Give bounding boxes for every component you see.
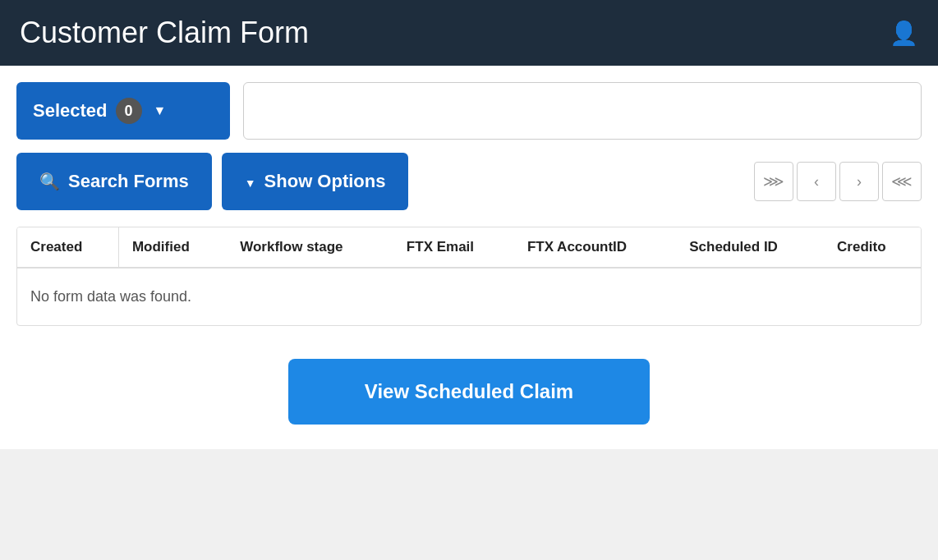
forms-table-container: Created Modified Workflow stage FTX Emai… [16,227,922,326]
col-scheduled-id: Scheduled ID [676,227,824,268]
pagination: ⋙ ‹ › ⋘ [754,162,922,201]
next-page-icon: › [857,173,862,190]
last-page-button[interactable]: ⋘ [882,162,922,201]
last-page-icon: ⋘ [891,172,913,190]
view-scheduled-claim-button[interactable]: View Scheduled Claim [288,359,650,425]
main-content: Selected 0 ▼ Search Forms Show Options ⋙… [0,66,938,449]
chevron-down-icon [245,171,256,192]
app-header: Customer Claim Form 👤 [0,0,938,66]
top-row: Selected 0 ▼ [16,82,922,140]
no-data-row: No form data was found. [17,268,921,325]
next-page-button[interactable]: › [839,162,879,201]
bottom-section: View Scheduled Claim [16,351,922,425]
col-ftx-accountid: FTX AccountID [514,227,676,268]
show-options-button[interactable]: Show Options [222,153,409,210]
search-icon [39,171,60,192]
table-body: No form data was found. [17,268,921,325]
col-credito: Credito [824,227,921,268]
col-ftx-email: FTX Email [393,227,514,268]
search-forms-button[interactable]: Search Forms [16,153,212,210]
prev-page-icon: ‹ [814,173,819,190]
search-forms-label: Search Forms [68,171,189,192]
show-options-label: Show Options [264,171,386,192]
view-scheduled-label: View Scheduled Claim [365,380,573,402]
table-header-row: Created Modified Workflow stage FTX Emai… [17,227,921,268]
selected-chevron-icon: ▼ [154,103,167,118]
action-row: Search Forms Show Options ⋙ ‹ › ⋘ [16,153,922,210]
col-created: Created [17,227,118,268]
first-page-icon: ⋙ [763,172,784,190]
selected-button[interactable]: Selected 0 ▼ [16,82,230,140]
prev-page-button[interactable]: ‹ [797,162,836,201]
selected-count: 0 [116,98,142,124]
first-page-button[interactable]: ⋙ [754,162,793,201]
no-data-message: No form data was found. [17,268,921,325]
table-header: Created Modified Workflow stage FTX Emai… [17,227,921,268]
forms-table: Created Modified Workflow stage FTX Emai… [17,227,921,325]
col-workflow-stage: Workflow stage [227,227,393,268]
user-icon[interactable]: 👤 [890,20,918,47]
page-title: Customer Claim Form [20,16,309,50]
selected-label: Selected [33,100,108,122]
search-input[interactable] [243,82,922,140]
col-modified: Modified [118,227,227,268]
